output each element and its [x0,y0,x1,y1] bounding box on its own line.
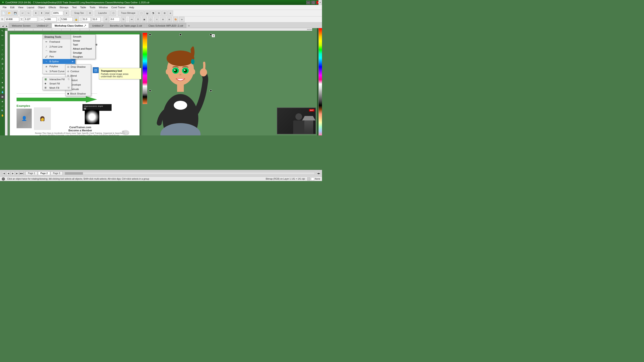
canvas-area[interactable]: ||| ||| ||| inches Workshop Class Outlin… [5,28,317,135]
mesh-fill-item[interactable]: ⊞ Mesh Fill M [43,86,71,90]
minimize-button[interactable]: — [306,1,310,4]
zoom-input[interactable] [52,11,63,15]
menu-tools[interactable]: Tools [88,5,97,9]
menu-table[interactable]: Table [78,5,88,9]
layer-order2-button[interactable]: ⊗ [166,17,172,22]
page-last-button[interactable]: ▶▶| [20,171,24,175]
select-tool[interactable]: ↖ [0,28,5,33]
page-next-button[interactable]: ▶| [15,171,19,175]
transparency-tool-icon[interactable]: ⊡ [93,67,98,73]
text-tool[interactable]: A [0,57,5,61]
pdf-button[interactable]: PDF [45,10,50,16]
dt-bspline[interactable]: ~ B-Spline ▶ [43,59,75,64]
distribute-button[interactable]: ⬔ [150,10,156,16]
menu-text[interactable]: Text [70,5,78,9]
extra-button[interactable]: + [179,17,184,22]
title-bar-controls[interactable]: — ☐ ✕ [306,1,320,4]
group-button[interactable]: ⊞ [162,10,167,16]
launch-button[interactable]: Launch▾ [94,10,110,16]
interactive-fill-tool[interactable]: ▦ [0,94,5,99]
settings-button[interactable]: ⚙ [87,10,92,16]
dimension-tool[interactable]: ↔ [0,71,5,75]
menu-help[interactable]: Help [127,5,136,9]
tab-welcome[interactable]: Welcome Screen [9,23,34,28]
rotate-left-button[interactable]: ↺ [104,17,109,22]
page2-tab[interactable]: Page 2 [38,171,50,175]
smudge-item[interactable]: Smudge [71,51,95,55]
menu-corel-trainer[interactable]: Corel Trainer [110,5,128,9]
menu-effects[interactable]: Effects [47,5,58,9]
redo-button[interactable]: ↪ [26,10,31,16]
transparency-tool-left[interactable]: ◨ [0,85,5,89]
page-first-button[interactable]: |◀ [2,171,6,175]
menu-object[interactable]: Object [36,5,47,9]
menu-window[interactable]: Window [97,5,110,9]
arrange-button[interactable]: ≡ [154,17,160,22]
export-button[interactable]: ⬆ [39,10,44,16]
dt-2point[interactable]: / 2-Point Line [43,44,75,49]
layer-order-button[interactable]: ⊕ [160,17,166,22]
video-thumbnail[interactable]: EXIT [277,107,316,134]
mirror-h-button[interactable]: ⇔ [129,17,134,22]
colorize-button[interactable]: 🎨 [173,17,178,22]
rectangle-tool[interactable]: ▭ [0,43,5,47]
import-button[interactable]: ⬇ [33,10,38,16]
menu-view[interactable]: View [16,5,25,9]
menu-bitmaps[interactable]: Bitmaps [58,5,70,9]
new-button[interactable]: 📄 [1,10,6,16]
contour-item[interactable]: ◎ Contour [66,69,91,73]
twirl-item[interactable]: Twirl [71,43,95,47]
x-input[interactable] [5,17,19,22]
save-button[interactable]: 💾 [12,10,18,16]
smear-item[interactable]: Smear [71,39,95,43]
undo-button[interactable]: ↩ [20,10,25,16]
page-prev-button[interactable]: ◀ [6,171,10,175]
trace-bitmap-button[interactable]: Trace Bitmap▾ [118,10,138,16]
y-input[interactable] [24,17,37,22]
tab-close-button[interactable]: ✕ [318,0,322,5]
tab-scroll-left[interactable]: ◀ [1,24,4,28]
angle-input[interactable] [110,17,120,22]
smart-fill-tool[interactable]: ◈ [0,99,5,103]
size1-input[interactable] [82,17,91,22]
tab-untitled1[interactable]: Untitled-1* [34,23,51,28]
tab-workshop[interactable]: Workshop Class Outline ..* [52,23,89,28]
open-button[interactable]: 📂 [7,10,12,16]
eyedropper-tool[interactable]: 💧 [0,90,5,94]
page3-tab[interactable]: Page 3 [50,171,62,175]
parallel-tool[interactable]: ∥ [0,66,5,71]
block-shadow-item[interactable]: ◼ Block Shadow [66,91,91,96]
freehand-tool[interactable]: ✏ [0,33,5,38]
tab-untitled3[interactable]: Untitled-3* [89,23,106,28]
rotate-right-button[interactable]: ↻ [121,17,126,22]
attract-repel-item[interactable]: Attract and Repel [71,47,95,51]
size2-input[interactable] [92,17,100,22]
zoom-dropdown[interactable]: ▾ [64,10,69,16]
smart-draw-tool[interactable]: ⌒ [0,38,5,42]
drop-shadow-item[interactable]: ◫ Drop Shadow [66,64,91,69]
effects-tool[interactable]: ★ [0,80,5,85]
tab-add-button[interactable]: + [187,23,191,28]
tab-class-schedule[interactable]: Class Schedule IMPLB20 -2.cdr [146,23,186,28]
mirror-v-button[interactable]: ⇕ [135,17,141,22]
snap-to-button[interactable]: Snap To▾ [71,10,87,16]
interactive-fill-item[interactable]: ▦ Interactive Fill G [43,77,71,81]
lock-ratio-button[interactable]: 🔒 [74,17,79,22]
menu-edit[interactable]: Edit [8,5,16,9]
menu-layout[interactable]: Layout [25,5,36,9]
ellipse-tool[interactable]: ○ [0,47,5,52]
scroll-bar[interactable] [65,172,315,175]
tab-scroll-right[interactable]: ▶ [5,24,8,28]
share-button[interactable]: ⬡ [111,10,116,16]
pan-tool[interactable]: ✋ [0,113,5,117]
align-button[interactable]: ⬓ [144,10,150,16]
nav-toggle-button[interactable]: ◀▶ [317,172,320,175]
table-tool[interactable]: ⊞ [0,61,5,66]
roughen-item[interactable]: Roughen [71,55,95,59]
dt-bezier[interactable]: ⌒ Bézier [43,49,75,54]
polygon-tool[interactable]: ⬡ [0,52,5,56]
tab-benefits[interactable]: Benefits List Table page 2.cdr [107,23,145,28]
layer-button[interactable]: ⧉ [156,10,162,16]
transform-button[interactable]: ⬚ [139,10,144,16]
dt-freehand[interactable]: ✏ Freehand F5 [43,39,75,44]
